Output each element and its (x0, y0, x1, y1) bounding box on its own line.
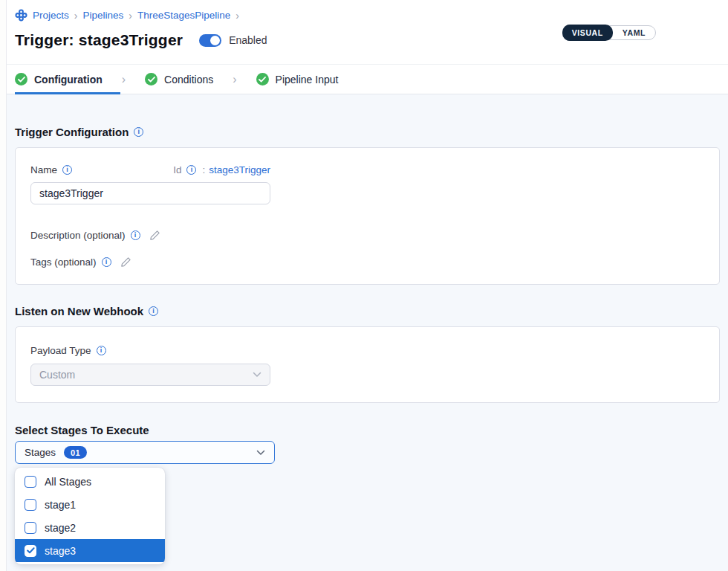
heading-text: Trigger Configuration (15, 126, 129, 138)
checkbox-unchecked-icon[interactable] (25, 476, 36, 488)
stages-select-label: Stages (25, 447, 56, 458)
option-label: stage3 (45, 545, 76, 557)
stage-option-all-stages[interactable]: All Stages (15, 470, 165, 493)
chevron-right-icon: › (122, 73, 126, 86)
tab-conditions[interactable]: Conditions (145, 65, 231, 94)
checkbox-unchecked-icon[interactable] (25, 522, 36, 534)
breadcrumb-separator: › (235, 10, 239, 22)
info-icon[interactable]: i (62, 165, 72, 175)
description-row: Description (optional) i (30, 230, 704, 241)
breadcrumb-link-pipelines[interactable]: Pipelines (82, 10, 123, 21)
page-title: Trigger: stage3Trigger (15, 31, 183, 49)
breadcrumb-separator: › (74, 10, 78, 22)
label-text: Tags (optional) (30, 257, 97, 268)
description-label: Description (optional) i (30, 230, 140, 241)
info-icon[interactable]: i (131, 230, 140, 240)
payload-type-label: Payload Type i (30, 345, 106, 356)
stages-multiselect[interactable]: Stages 01 (15, 441, 275, 464)
breadcrumb: Projects › Pipelines › ThreeStagesPipeli… (15, 9, 716, 22)
main-panel: Projects › Pipelines › ThreeStagesPipeli… (7, 0, 728, 571)
trigger-enabled-toggle[interactable] (199, 34, 221, 47)
stage-option-stage3[interactable]: stage3 (15, 539, 165, 562)
webhook-heading: Listen on New Webhook i (15, 305, 720, 317)
selected-count-badge: 01 (64, 446, 87, 459)
label-text: Name (30, 164, 57, 175)
tab-label: Pipeline Input (276, 74, 339, 86)
webhook-card: Payload Type i Custom (15, 326, 720, 403)
option-label: stage2 (45, 522, 76, 534)
info-icon[interactable]: i (102, 257, 111, 267)
stage-option-stage1[interactable]: stage1 (15, 493, 165, 516)
enabled-label: Enabled (229, 34, 267, 46)
breadcrumb-link-pipeline-name[interactable]: ThreeStagesPipeline (137, 10, 230, 21)
label-text: Payload Type (30, 345, 91, 356)
breadcrumb-link-projects[interactable]: Projects (33, 10, 69, 21)
checkbox-checked-icon[interactable] (25, 545, 36, 557)
check-circle-icon (256, 73, 269, 86)
name-id-row: Name i Id i : stage3Trigger (30, 164, 270, 175)
visual-yaml-toggle: VISUAL YAML (562, 25, 656, 40)
chevron-down-icon (256, 450, 265, 456)
configuration-panel: Trigger Configuration i Name i Id i : st… (7, 94, 728, 571)
id-value-link[interactable]: stage3Trigger (209, 164, 270, 175)
stage-option-stage2[interactable]: stage2 (15, 516, 165, 539)
select-stages-heading: Select Stages To Execute (15, 424, 720, 436)
payload-type-value: Custom (39, 369, 75, 381)
heading-text: Listen on New Webhook (15, 305, 143, 317)
info-icon[interactable]: i (149, 306, 158, 316)
option-label: stage1 (45, 499, 76, 511)
check-circle-icon (145, 73, 157, 86)
tags-label: Tags (optional) i (30, 257, 111, 268)
breadcrumb-separator: › (129, 10, 132, 22)
app-window: Projects › Pipelines › ThreeStagesPipeli… (0, 0, 728, 571)
chevron-right-icon: › (233, 73, 236, 86)
info-icon[interactable]: i (186, 165, 196, 175)
toggle-knob (210, 36, 220, 45)
id-group: Id i : stage3Trigger (173, 164, 270, 175)
trigger-configuration-card: Name i Id i : stage3Trigger Description … (15, 147, 720, 285)
chevron-down-icon (253, 372, 261, 378)
harness-project-icon (15, 9, 27, 22)
option-label: All Stages (45, 476, 91, 488)
id-label: Id (173, 164, 181, 175)
edit-tags-pencil-icon[interactable] (120, 257, 131, 268)
heading-text: Select Stages To Execute (15, 424, 149, 436)
left-gutter (0, 0, 7, 571)
stages-dropdown-menu: All Stages stage1 stage2 stage3 (15, 468, 165, 564)
tab-label: Configuration (34, 74, 103, 86)
tags-row: Tags (optional) i (30, 257, 704, 268)
label-text: Description (optional) (30, 230, 126, 241)
edit-description-pencil-icon[interactable] (149, 230, 160, 241)
info-icon[interactable]: i (97, 346, 106, 355)
trigger-name-input[interactable] (30, 182, 270, 204)
trigger-configuration-heading: Trigger Configuration i (15, 126, 720, 138)
yaml-toggle-button[interactable]: YAML (613, 25, 655, 40)
tab-label: Conditions (164, 74, 213, 86)
tab-configuration[interactable]: Configuration (15, 65, 120, 94)
page-header: Projects › Pipelines › ThreeStagesPipeli… (7, 0, 728, 64)
info-icon[interactable]: i (134, 127, 143, 137)
wizard-tabbar: Configuration › Conditions › Pipeline In… (7, 64, 728, 94)
tab-pipeline-input[interactable]: Pipeline Input (256, 65, 357, 94)
check-circle-icon (15, 73, 27, 86)
name-label: Name i (30, 164, 72, 175)
checkbox-unchecked-icon[interactable] (25, 499, 36, 511)
visual-toggle-button[interactable]: VISUAL (562, 25, 613, 41)
payload-type-select[interactable]: Custom (30, 364, 270, 386)
id-colon: : (202, 164, 205, 175)
